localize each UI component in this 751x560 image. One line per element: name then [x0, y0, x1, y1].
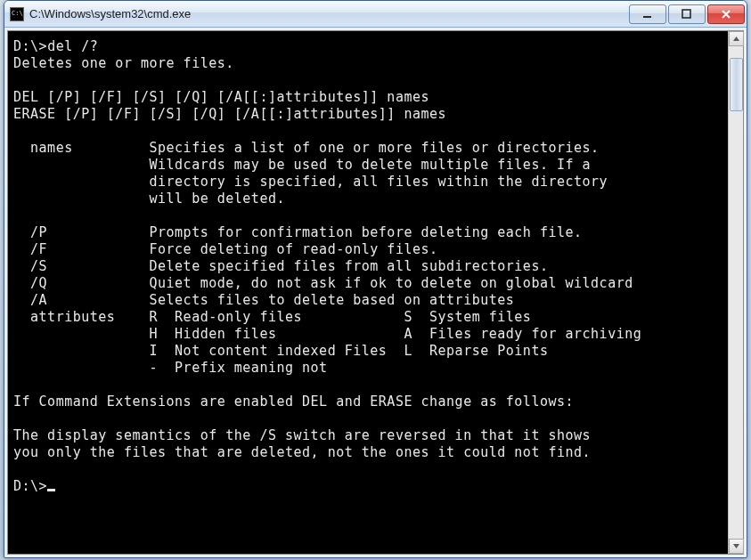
scroll-up-button[interactable] — [729, 31, 744, 46]
chevron-down-icon — [732, 542, 740, 550]
line: ERASE [/P] [/F] [/S] [/Q] [/A[[:]attribu… — [13, 106, 446, 122]
line: /F Force deleting of read-only files. — [13, 241, 438, 257]
line: Deletes one or more files. — [13, 55, 234, 71]
line: directory is specified, all files within… — [13, 174, 608, 190]
line: I Not content indexed Files L Reparse Po… — [13, 343, 548, 359]
window-title: C:\Windows\system32\cmd.exe — [29, 7, 629, 20]
vertical-scrollbar[interactable] — [728, 31, 743, 554]
typed-command: del /? — [47, 38, 98, 54]
chevron-up-icon — [732, 35, 740, 43]
svg-rect-1 — [682, 10, 690, 18]
line: /Q Quiet mode, do not ask if ok to delet… — [13, 275, 633, 291]
svg-marker-5 — [733, 544, 739, 548]
prompt: D:\> — [13, 478, 47, 494]
line: DEL [/P] [/F] [/S] [/Q] [/A[[:]attribute… — [13, 89, 429, 105]
maximize-icon — [682, 9, 692, 20]
prompt: D:\> — [13, 38, 47, 54]
minimize-button[interactable] — [629, 4, 666, 24]
minimize-icon — [642, 9, 653, 20]
cmd-icon — [10, 7, 24, 21]
line: will be deleted. — [13, 191, 285, 207]
cursor — [47, 489, 55, 491]
scroll-down-button[interactable] — [729, 539, 744, 554]
line: D:\>del /? — [13, 38, 98, 54]
line: - Prefix meaning not — [13, 360, 328, 376]
window-buttons — [629, 4, 745, 24]
line: /P Prompts for confirmation before delet… — [13, 224, 583, 240]
line: The display semantics of the /S switch a… — [13, 427, 591, 443]
close-button[interactable] — [707, 4, 745, 24]
line: If Command Extensions are enabled DEL an… — [13, 394, 574, 410]
titlebar[interactable]: C:\Windows\system32\cmd.exe — [4, 1, 747, 28]
line: H Hidden files A Files ready for archivi… — [13, 326, 641, 342]
line: you only the files that are deleted, not… — [13, 444, 591, 460]
svg-rect-0 — [643, 16, 651, 18]
terminal-output[interactable]: D:\>del /? Deletes one or more files. DE… — [8, 31, 728, 554]
svg-marker-4 — [733, 37, 739, 41]
line: attributes R Read-only files S System fi… — [13, 309, 531, 325]
maximize-button[interactable] — [668, 4, 706, 24]
cmd-window: C:\Windows\system32\cmd.exe D:\>del /? D… — [4, 0, 747, 558]
line: Wildcards may be used to delete multiple… — [13, 157, 591, 173]
line: /A Selects files to delete based on attr… — [13, 292, 514, 308]
line: /S Delete specified files from all subdi… — [13, 258, 548, 274]
line: names Specifies a list of one or more fi… — [13, 140, 600, 156]
line: D:\> — [13, 478, 55, 494]
close-icon — [721, 9, 731, 20]
scrollbar-thumb[interactable] — [730, 58, 743, 111]
client-area: D:\>del /? Deletes one or more files. DE… — [7, 30, 744, 555]
